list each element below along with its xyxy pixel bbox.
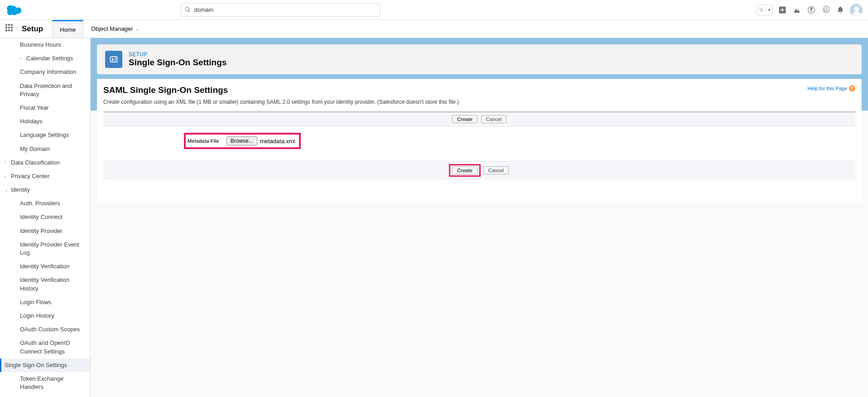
chevron-right-icon: ›	[5, 160, 11, 165]
sidebar-item-label: Identity Provider	[20, 227, 86, 235]
sidebar-item-label: Calendar Settings	[26, 54, 86, 63]
cancel-button[interactable]: Cancel	[481, 115, 506, 123]
sidebar-item[interactable]: Business Hours	[0, 38, 90, 52]
sidebar-item[interactable]: ⌄Identity	[0, 183, 90, 197]
metadata-file-row: Metadata File Browse... metadata.xml	[103, 133, 855, 149]
tab-object-manager[interactable]: Object Manager ⌄	[83, 20, 147, 38]
sidebar-item[interactable]: Login Flows	[0, 295, 90, 309]
app-launcher-icon[interactable]	[5, 24, 15, 34]
sidebar-item[interactable]: Company Information	[0, 65, 90, 79]
button-row-top: Create Cancel	[103, 112, 855, 126]
sidebar-item[interactable]: Fiscal Year	[0, 101, 90, 115]
add-icon[interactable]	[777, 5, 787, 15]
salesforce-logo	[5, 4, 24, 16]
content-card: Help for this Page ? SAML Single Sign-On…	[97, 79, 862, 202]
sidebar-item-label: Identity	[11, 186, 86, 194]
sidebar-item-label: Company Information	[20, 68, 86, 76]
help-link-label: Help for this Page	[808, 86, 847, 91]
help-link[interactable]: Help for this Page ?	[808, 85, 855, 92]
sidebar-item-label: Login Flows	[20, 298, 86, 306]
sidebar-item[interactable]: My Domain	[0, 142, 90, 156]
breadcrumb: SETUP	[129, 51, 227, 58]
layout: Business Hours›Calendar SettingsCompany …	[0, 38, 868, 397]
gear-icon[interactable]	[821, 5, 831, 15]
search-icon	[184, 6, 191, 13]
chevron-right-icon: ›	[5, 174, 11, 179]
sidebar-item[interactable]: Holidays	[0, 115, 90, 128]
tab-home[interactable]: Home	[52, 20, 83, 38]
sidebar-item[interactable]: Identity Provider Event Log	[0, 238, 90, 260]
star-icon: ☆	[757, 6, 766, 13]
sidebar-item-label: Business Hours	[20, 41, 86, 49]
sidebar-item[interactable]: Auth. Providers	[0, 197, 90, 210]
sidebar-item[interactable]: ›Security	[0, 394, 90, 397]
page-header: SETUP Single Sign-On Settings	[97, 44, 862, 74]
sidebar-item[interactable]: Data Protection and Privacy	[0, 79, 90, 101]
create-button[interactable]: Create	[452, 115, 477, 123]
sidebar-item[interactable]: Identity Verification History	[0, 273, 90, 295]
button-row-bottom: Create Cancel	[103, 161, 855, 179]
sidebar-item-label: Holidays	[20, 117, 86, 126]
sidebar-item[interactable]: Identity Provider	[0, 224, 90, 238]
sidebar-item-label: OAuth Custom Scopes	[20, 325, 86, 334]
setup-sidebar: Business Hours›Calendar SettingsCompany …	[0, 38, 91, 397]
sidebar-item[interactable]: ›Privacy Center	[0, 169, 90, 183]
section-description: Create configuration using an XML file (…	[103, 99, 855, 105]
sidebar-item-label: My Domain	[20, 145, 86, 153]
app-name: Setup	[22, 24, 43, 34]
sidebar-item-label: Login History	[20, 312, 86, 320]
page-title: Single Sign-On Settings	[129, 58, 227, 68]
sidebar-item[interactable]: Language Settings	[0, 128, 90, 142]
sidebar-item-label: OAuth and OpenID Connect Settings	[20, 339, 86, 355]
form-body: Metadata File Browse... metadata.xml Cre…	[103, 126, 855, 193]
sidebar-item-label: Fiscal Year	[20, 104, 86, 112]
svg-point-2	[112, 58, 113, 60]
sidebar-item-label: Identity Verification	[20, 262, 86, 271]
sidebar-item-label: Identity Verification History	[20, 276, 86, 292]
sidebar-item[interactable]: OAuth and OpenID Connect Settings	[0, 336, 90, 358]
chevron-down-icon: ▾	[766, 8, 772, 12]
form-block: Create Cancel Metadata File Browse... me…	[103, 111, 855, 193]
sidebar-item[interactable]: Single Sign-On Settings	[0, 358, 90, 372]
user-avatar[interactable]	[850, 4, 863, 16]
sidebar-item[interactable]: Token Exchange Handlers	[0, 372, 90, 394]
chevron-down-icon: ⌄	[5, 187, 11, 193]
search-input[interactable]	[181, 3, 380, 17]
sidebar-item-label: Data Protection and Privacy	[20, 82, 86, 98]
page-header-icon	[105, 51, 122, 68]
create-button-highlight: Create	[449, 164, 481, 177]
selected-file-name: metadata.xml	[260, 138, 295, 145]
context-bar: Setup Home Object Manager ⌄	[0, 20, 868, 38]
metadata-file-highlight: Metadata File Browse... metadata.xml	[184, 133, 301, 149]
sidebar-item-label: Identity Connect	[20, 213, 86, 221]
main-content: SETUP Single Sign-On Settings Help for t…	[91, 38, 868, 397]
help-icon[interactable]	[806, 5, 816, 15]
trailhead-icon[interactable]	[792, 5, 802, 15]
sidebar-item[interactable]: Identity Verification	[0, 260, 90, 273]
sidebar-item-label: Language Settings	[20, 131, 86, 139]
section-title: SAML Single Sign-On Settings	[103, 85, 855, 95]
sidebar-item[interactable]: Login History	[0, 309, 90, 323]
tab-label: Object Manager	[91, 25, 133, 32]
create-button[interactable]: Create	[452, 166, 477, 174]
metadata-file-label: Metadata File	[188, 138, 219, 144]
sidebar-item-label: Privacy Center	[11, 172, 86, 180]
sidebar-item-label: Identity Provider Event Log	[20, 241, 86, 257]
global-header: ☆ ▾	[0, 0, 868, 20]
global-search	[181, 3, 380, 17]
sidebar-item-label: Auth. Providers	[20, 199, 86, 208]
chevron-down-icon: ⌄	[135, 27, 139, 31]
sidebar-item-label: Data Classification	[11, 159, 86, 167]
help-icon: ?	[849, 85, 855, 92]
browse-button[interactable]: Browse...	[227, 136, 257, 145]
sidebar-item-label: Token Exchange Handlers	[20, 375, 86, 391]
sidebar-item[interactable]: OAuth Custom Scopes	[0, 323, 90, 336]
sidebar-item-label: Single Sign-On Settings	[5, 361, 86, 369]
bell-icon[interactable]	[835, 5, 845, 15]
sidebar-item[interactable]: Identity Connect	[0, 210, 90, 224]
favorites-button[interactable]: ☆ ▾	[757, 5, 773, 15]
cancel-button[interactable]: Cancel	[483, 166, 509, 174]
sidebar-item[interactable]: ›Data Classification	[0, 156, 90, 169]
sidebar-item[interactable]: ›Calendar Settings	[0, 52, 90, 65]
header-actions: ☆ ▾	[757, 4, 863, 16]
